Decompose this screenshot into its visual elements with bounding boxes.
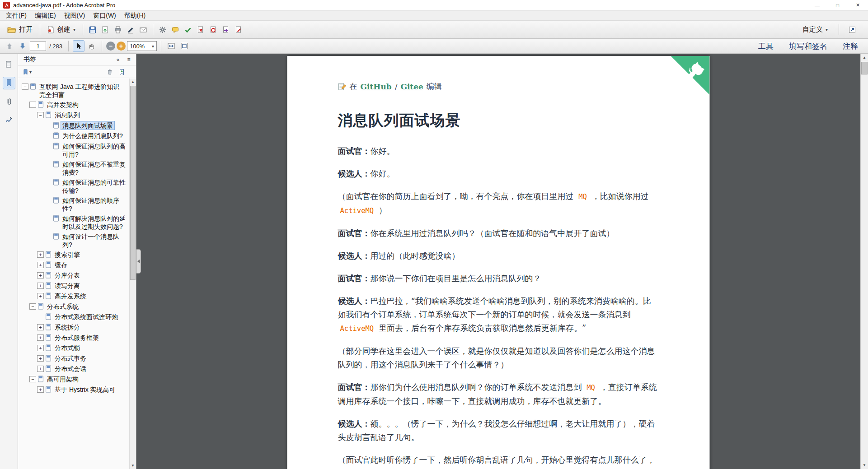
bookmark-item[interactable]: +基于 Hystrix 实现高可 — [19, 385, 127, 394]
bookmark-item[interactable]: −互联网 Java 工程师进阶知识完全扫盲 — [19, 83, 127, 99]
email-icon[interactable] — [137, 24, 149, 36]
share-icon[interactable] — [99, 24, 111, 36]
scroll-up-icon[interactable]: ▲ — [130, 79, 136, 85]
bookmark-label[interactable]: 分布式服务框架 — [53, 334, 100, 342]
github-corner-icon[interactable] — [671, 56, 710, 95]
scroll-up-icon[interactable]: ▲ — [861, 54, 868, 61]
bookmark-label[interactable]: 高并发架构 — [46, 101, 80, 109]
menu-window[interactable]: 窗口(W) — [89, 11, 120, 21]
tools-pane-button[interactable]: 工具 — [758, 41, 774, 51]
bookmark-item[interactable]: +高并发系统 — [19, 292, 127, 301]
comment-pane-button[interactable]: 注释 — [843, 41, 858, 51]
close-button[interactable]: ✕ — [848, 0, 868, 10]
collapse-node-icon[interactable]: − — [22, 84, 28, 90]
print-icon[interactable] — [112, 24, 124, 36]
customize-button[interactable]: 自定义 ▾ — [799, 23, 831, 36]
previous-page-icon[interactable] — [4, 40, 15, 52]
minimize-button[interactable]: — — [807, 0, 827, 10]
expand-node-icon[interactable]: + — [37, 293, 44, 299]
expand-node-icon[interactable]: + — [37, 334, 44, 341]
page-thumbnails-icon[interactable] — [3, 58, 15, 71]
quick-tools-icon[interactable] — [846, 24, 858, 36]
bookmark-item[interactable]: +分布式会话 — [19, 365, 127, 373]
bookmark-label[interactable]: 消息队列 — [53, 111, 81, 119]
bookmark-label[interactable]: 分布式系统面试连环炮 — [53, 313, 119, 321]
bookmark-label[interactable]: 为什么使用消息队列? — [61, 132, 124, 140]
create-button[interactable]: 创建 ▾ — [44, 23, 79, 36]
bookmark-item[interactable]: 如何保证消息的可靠性传输? — [19, 178, 127, 195]
save-icon[interactable] — [87, 24, 99, 36]
bookmark-item[interactable]: 如何保证消息的顺序性? — [19, 196, 127, 213]
bookmark-label[interactable]: 读写分离 — [53, 282, 81, 290]
preferences-gear-icon[interactable] — [157, 24, 169, 36]
bookmark-item[interactable]: 如何解决消息队列的延时以及过期失效问题? — [19, 214, 127, 231]
hand-tool-icon[interactable] — [86, 40, 98, 52]
expand-node-icon[interactable]: + — [37, 386, 44, 393]
expand-node-icon[interactable]: + — [37, 251, 44, 258]
expand-node-icon[interactable]: + — [37, 324, 44, 330]
bookmark-item[interactable]: 消息队列面试场景 — [19, 121, 127, 130]
bookmark-options-button[interactable]: ▾ — [22, 67, 33, 76]
bookmark-label[interactable]: 如何设计一个消息队列? — [61, 232, 127, 249]
bookmark-label[interactable]: 如何保证消息不被重复消费? — [61, 160, 127, 176]
expand-node-icon[interactable]: + — [37, 262, 44, 268]
signatures-icon[interactable] — [3, 114, 15, 126]
comment-icon[interactable] — [169, 24, 181, 36]
bookmark-label[interactable]: 分布式会话 — [53, 365, 88, 373]
collapse-node-icon[interactable]: − — [29, 376, 36, 382]
bookmark-label[interactable]: 分布式系统 — [46, 302, 80, 311]
bookmark-item[interactable]: +搜索引擎 — [19, 251, 127, 259]
scrollbar-thumb[interactable] — [861, 62, 868, 74]
bookmark-item[interactable]: +系统拆分 — [19, 323, 127, 332]
redact-icon[interactable] — [207, 24, 219, 36]
export-pdf-icon[interactable] — [220, 24, 232, 36]
bookmark-item[interactable]: +分布式锁 — [19, 344, 127, 353]
fit-page-icon[interactable] — [178, 40, 190, 52]
bookmark-item[interactable]: 分布式系统面试连环炮 — [19, 313, 127, 321]
bookmark-label[interactable]: 分库分表 — [53, 271, 81, 279]
panel-collapse-grip[interactable] — [136, 249, 141, 274]
collapse-node-icon[interactable]: − — [29, 303, 36, 310]
menu-help[interactable]: 帮助(H) — [120, 11, 150, 21]
scroll-down-icon[interactable]: ▼ — [130, 462, 136, 469]
scroll-down-icon[interactable]: ▼ — [861, 461, 868, 469]
approve-stamp-icon[interactable] — [182, 24, 194, 36]
bookmark-label[interactable]: 系统拆分 — [53, 323, 81, 331]
expand-node-icon[interactable]: + — [37, 345, 44, 351]
page-number-input[interactable] — [30, 42, 46, 51]
select-tool-icon[interactable] — [73, 40, 84, 52]
bookmark-item[interactable]: −分布式系统 — [19, 302, 127, 311]
gitee-link[interactable]: Gitee — [400, 82, 423, 91]
bookmarks-pane-icon[interactable] — [3, 77, 15, 89]
delete-pages-icon[interactable] — [195, 24, 206, 36]
collapse-node-icon[interactable]: − — [37, 112, 44, 118]
bookmark-label[interactable]: 搜索引擎 — [53, 251, 81, 259]
bookmark-item[interactable]: +分库分表 — [19, 271, 127, 280]
bookmark-item[interactable]: −高并发架构 — [19, 101, 127, 109]
bookmark-item[interactable]: 如何设计一个消息队列? — [19, 232, 127, 249]
new-bookmark-button[interactable] — [117, 67, 126, 76]
expand-node-icon[interactable]: + — [37, 355, 44, 362]
expand-node-icon[interactable]: + — [37, 272, 44, 279]
bookmarks-scrollbar[interactable]: ▲ ▼ — [129, 79, 136, 469]
bookmark-label[interactable]: 分布式锁 — [53, 344, 81, 352]
bookmark-item[interactable]: 如何保证消息队列的高可用? — [19, 142, 127, 158]
bookmark-item[interactable]: +分布式事务 — [19, 354, 127, 363]
menu-edit[interactable]: 编辑(E) — [31, 11, 60, 21]
bookmark-label[interactable]: 基于 Hystrix 实现高可 — [53, 385, 117, 394]
bookmark-label[interactable]: 消息队列面试场景 — [61, 121, 114, 130]
bookmark-label[interactable]: 如何保证消息的顺序性? — [61, 196, 127, 213]
bookmark-item[interactable]: −高可用架构 — [19, 375, 127, 384]
panel-menu-button[interactable]: ≡ — [124, 55, 133, 64]
bookmark-label[interactable]: 分布式事务 — [53, 354, 88, 362]
bookmark-label[interactable]: 如何保证消息队列的高可用? — [61, 142, 127, 158]
open-button[interactable]: 打开 — [4, 23, 36, 36]
expand-node-icon[interactable]: + — [37, 283, 44, 289]
collapse-panel-button[interactable]: « — [113, 55, 122, 64]
github-link[interactable]: GitHub — [361, 82, 392, 91]
bookmark-item[interactable]: +读写分离 — [19, 282, 127, 290]
bookmark-label[interactable]: 如何解决消息队列的延时以及过期失效问题? — [61, 214, 127, 231]
fit-width-icon[interactable] — [165, 40, 177, 52]
delete-bookmark-button[interactable] — [105, 67, 114, 76]
bookmark-item[interactable]: 如何保证消息不被重复消费? — [19, 160, 127, 176]
